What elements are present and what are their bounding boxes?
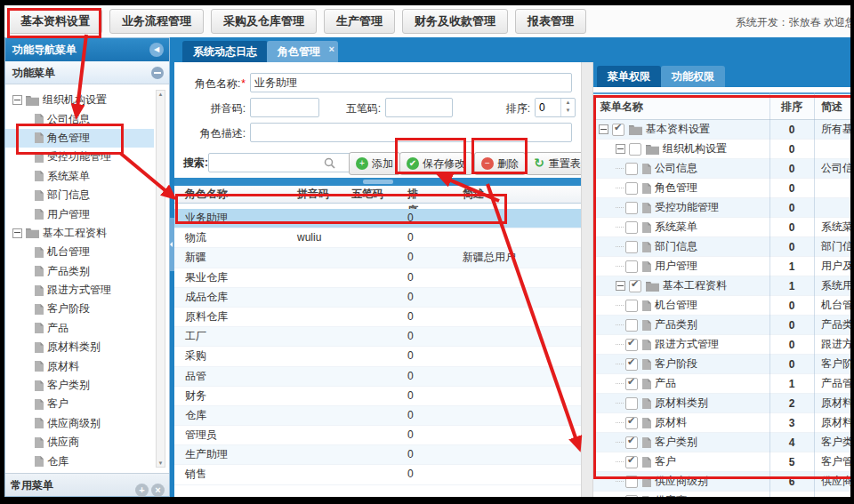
tree-collapse-icon[interactable] [12,228,22,238]
role-table-row[interactable]: 销售 0 [174,465,581,484]
pinyin-input[interactable] [250,98,319,117]
sidebar-tree-item[interactable]: 产品 [5,319,154,338]
tree-collapse-icon[interactable] [616,281,625,291]
role-table-row[interactable]: 原料仓库 0 [174,308,581,327]
scrollbar-handle[interactable] [363,180,393,184]
sidebar-tree-item[interactable]: 客户类别 [5,376,154,395]
top-menu-item[interactable]: 业务流程管理 [109,9,204,34]
permission-checkbox[interactable] [625,378,638,390]
sidebar-tree-item[interactable]: 角色管理 [5,129,154,148]
permission-checkbox[interactable] [612,124,624,136]
permission-tree-row[interactable]: 客户 5 客户管 [593,452,850,472]
permission-tree-row[interactable]: 组织机构设置 0 [593,140,850,159]
permission-checkbox[interactable] [625,476,638,488]
permission-tree-row[interactable]: 客户阶段 0 客户阶 [593,355,850,374]
permission-tree-row[interactable]: 基本工程资料 1 系统用 [593,276,850,296]
collapse-sidebar-icon[interactable]: ◀ [149,43,164,57]
scroll-down-icon[interactable]: ▼ [157,460,165,466]
permission-checkbox[interactable] [625,241,638,253]
permission-checkbox[interactable] [629,280,641,292]
tab-menu-permissions[interactable]: 菜单权限 [597,66,661,87]
sidebar-tree-item[interactable]: 基本工程资料 [5,224,154,243]
role-table-row[interactable]: 管理员 0 [174,426,581,445]
sidebar-tree-item[interactable]: 客户阶段 [5,300,154,318]
sidebar-tree-item[interactable]: 组织机构设置 [5,91,154,109]
column-pinyin[interactable]: 拼音码 [297,186,329,203]
role-table-row[interactable]: 果业仓库 0 [174,268,581,288]
permission-tree-row[interactable]: 原材料类别 2 原材料 [593,394,850,413]
top-menu-item[interactable]: 采购及仓库管理 [211,9,317,34]
sidebar-tree-item[interactable]: 原材料类别 [5,338,154,356]
toolbar-button[interactable]: + 添加 [349,152,400,175]
role-table-row[interactable]: 物流 wuliu 0 [174,228,581,248]
tab-role-management[interactable]: 角色管理× [267,41,338,62]
permission-checkbox[interactable] [629,143,641,156]
role-table-row[interactable]: 新疆 0 新疆总用户 [174,248,581,268]
sidebar-tree-item[interactable]: 用户管理 [5,204,154,223]
permission-tree-row[interactable]: 供应商级别 6 供应商 [593,472,850,492]
wubi-input[interactable] [385,98,453,117]
permission-tree-row[interactable]: 基本资料设置 0 所有基 [593,120,850,140]
permission-checkbox[interactable] [625,163,638,175]
permission-checkbox[interactable] [625,300,638,312]
horizontal-scrollbar[interactable] [174,178,581,186]
toolbar-button[interactable]: − 删除 [474,152,526,175]
column-wubi[interactable]: 五笔码 [351,186,383,203]
permission-checkbox[interactable] [625,221,638,234]
sidebar-tree-item[interactable]: 机台管理 [5,243,154,261]
permission-checkbox[interactable] [625,202,638,214]
tree-collapse-icon[interactable] [12,95,22,105]
role-desc-input[interactable] [250,123,572,142]
role-table-row[interactable]: 仓库 0 [174,406,581,426]
column-menu-name[interactable]: 菜单名称 [600,100,643,115]
column-sort[interactable]: 排序 [769,100,814,115]
permission-checkbox[interactable] [625,260,638,273]
sidebar-tree-item[interactable]: 原材料 [5,356,154,375]
top-menu-item[interactable]: 报表管理 [515,9,586,34]
sidebar-tree-item[interactable]: 仓库 [5,452,154,470]
permission-checkbox[interactable] [625,436,638,449]
step-up-icon[interactable]: ▲ [561,99,575,107]
permission-checkbox[interactable] [625,495,638,498]
sidebar-tree-item[interactable]: 跟进方式管理 [5,281,154,300]
panel-splitter[interactable] [581,62,593,497]
role-table-row[interactable]: 财务 0 [174,387,581,406]
permission-checkbox[interactable] [625,182,638,195]
top-menu-item[interactable]: 生产管理 [324,9,395,34]
role-table-row[interactable]: 成品仓库 0 [174,288,581,308]
role-table-row[interactable]: 生产助理 0 [174,445,581,465]
permission-tree-row[interactable]: 公司信息 0 公司信 [593,159,850,179]
top-menu-item[interactable]: 基本资料设置 [8,9,102,34]
permission-tree-row[interactable]: 客户类别 4 客户类 [593,433,850,452]
permission-tree-row[interactable]: 用户管理 1 用户及 [593,257,850,276]
close-icon[interactable]: × [151,484,165,497]
permission-tree-row[interactable]: 受控功能管理 0 [593,198,850,218]
toolbar-button[interactable]: ✔ 保存修改 [399,152,472,175]
sidebar-tree-item[interactable]: 供应商 [5,433,154,452]
permission-checkbox[interactable] [625,358,638,371]
add-icon[interactable]: + [135,484,149,497]
role-table-row[interactable]: 采购 0 [174,347,581,366]
column-desc[interactable]: 简述 [821,100,842,115]
permission-checkbox[interactable] [625,417,638,429]
sidebar-tree-item[interactable]: 部门信息 [5,186,154,204]
role-table-row[interactable]: 品管 0 [174,367,581,387]
permission-tree-row[interactable]: 原材料 3 原材料 [593,413,850,433]
permission-tree-row[interactable]: 跟进方式管理 0 跟进方 [593,335,850,355]
permission-checkbox[interactable] [625,319,638,332]
sidebar-tree-item[interactable]: 客户 [5,395,154,413]
top-menu-item[interactable]: 财务及收款管理 [402,9,508,34]
permission-checkbox[interactable] [625,339,638,351]
sidebar-tree-item[interactable]: 产品类别 [5,262,154,281]
step-down-icon[interactable]: ▼ [561,107,575,115]
permission-tree-row[interactable]: 角色管理 0 [593,179,850,198]
permission-tree-row[interactable]: 系统菜单 0 系统菜 [593,218,850,237]
tab-function-permissions[interactable]: 功能权限 [661,66,725,87]
permission-tree-row[interactable]: 机台管理 0 机台管 [593,296,850,316]
tree-collapse-icon[interactable] [599,124,608,134]
permission-tree-row[interactable]: 产品类别 0 产品类 [593,316,850,335]
tab-system-log[interactable]: 系统动态日志 [182,41,268,62]
role-table-row[interactable]: 业务助理 0 [174,209,581,228]
permission-tree-row[interactable]: 供应商 [593,492,850,497]
sidebar-tree-item[interactable]: 受控功能管理 [5,148,154,166]
